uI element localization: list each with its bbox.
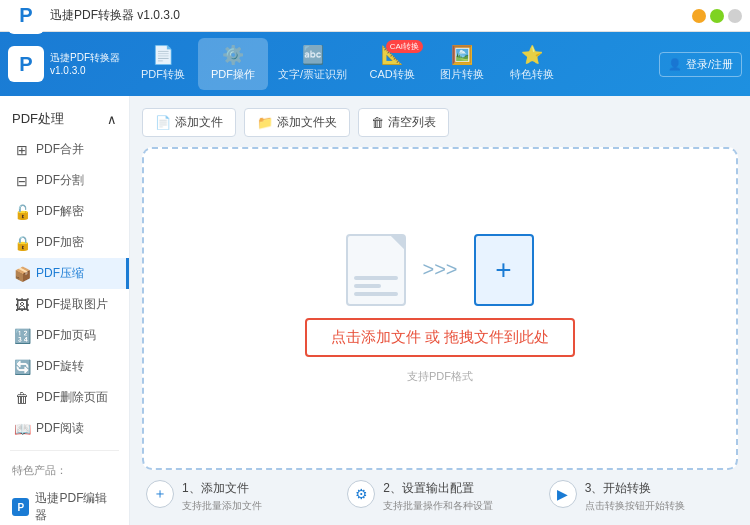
step-3-icon: ▶: [549, 480, 577, 508]
doc-line-2: [354, 284, 380, 288]
sidebar-title-text: PDF处理: [12, 110, 64, 128]
special-icon: ⭐: [521, 46, 543, 64]
pdf-split-label: PDF分割: [36, 172, 84, 189]
step-1-icon: ＋: [146, 480, 174, 508]
sidebar-item-pdf-compress[interactable]: 📦 PDF压缩: [0, 258, 129, 289]
nav-item-ocr[interactable]: 🔤 文字/票证识别: [268, 38, 357, 90]
doc-line-1: [354, 276, 398, 280]
nav-logo-text: 迅捷PDF转换器 v1.0.3.0: [50, 51, 120, 77]
pdf-merge-label: PDF合并: [36, 141, 84, 158]
sidebar-products-title: 特色产品：: [0, 457, 129, 484]
content-area: 📄 添加文件 📁 添加文件夹 🗑 清空列表 >>> +: [130, 96, 750, 525]
img-convert-icon: 🖼️: [451, 46, 473, 64]
drop-zone-icons: >>> +: [346, 234, 533, 306]
add-folder-icon: 📁: [257, 115, 273, 130]
minimize-button[interactable]: [692, 9, 706, 23]
sidebar-item-pdf-read[interactable]: 📖 PDF阅读: [0, 413, 129, 444]
step-3-desc: 点击转换按钮开始转换: [585, 499, 685, 513]
sidebar-item-pdf-watermark[interactable]: 🔢 PDF加页码: [0, 320, 129, 351]
pdf-read-icon: 📖: [14, 421, 30, 437]
nav-item-pdf-convert[interactable]: 📄 PDF转换: [128, 38, 198, 90]
ocr-label: 文字/票证识别: [278, 67, 347, 82]
pdf-operate-icon: ⚙️: [222, 46, 244, 64]
sidebar-section-title: PDF处理 ∧: [0, 104, 129, 134]
step-1-content: 1、添加文件 支持批量添加文件: [182, 480, 262, 513]
nav-app-name: 迅捷PDF转换器: [50, 51, 120, 64]
step-2-icon: ⚙: [347, 480, 375, 508]
sidebar-item-pdf-delete[interactable]: 🗑 PDF删除页面: [0, 382, 129, 413]
pdf-encrypt-label: PDF加密: [36, 234, 84, 251]
step-3-content: 3、开始转换 点击转换按钮开始转换: [585, 480, 685, 513]
step-1: ＋ 1、添加文件 支持批量添加文件: [146, 480, 331, 513]
sidebar-product-pdf-editor[interactable]: P 迅捷PDF编辑器: [0, 484, 129, 525]
step-2-content: 2、设置输出配置 支持批量操作和各种设置: [383, 480, 493, 513]
sidebar-item-pdf-split[interactable]: ⊟ PDF分割: [0, 165, 129, 196]
sidebar-item-pdf-encrypt[interactable]: 🔒 PDF加密: [0, 227, 129, 258]
pdf-editor-product-icon: P: [12, 498, 29, 516]
step-1-desc: 支持批量添加文件: [182, 499, 262, 513]
sidebar-item-pdf-merge[interactable]: ⊞ PDF合并: [0, 134, 129, 165]
app-logo: P: [8, 0, 44, 34]
img-convert-label: 图片转换: [440, 67, 484, 82]
title-bar: P 迅捷PDF转换器 v1.0.3.0: [0, 0, 750, 32]
title-bar-left: P 迅捷PDF转换器 v1.0.3.0: [8, 0, 180, 34]
clear-list-icon: 🗑: [371, 115, 384, 130]
pdf-rotate-label: PDF旋转: [36, 358, 84, 375]
nav-item-pdf-operate[interactable]: ⚙️ PDF操作: [198, 38, 268, 90]
step-2-title: 2、设置输出配置: [383, 480, 493, 497]
maximize-button[interactable]: [710, 9, 724, 23]
pdf-delete-label: PDF删除页面: [36, 389, 108, 406]
add-folder-label: 添加文件夹: [277, 114, 337, 131]
clear-list-button[interactable]: 🗑 清空列表: [358, 108, 449, 137]
pdf-extract-icon: 🖼: [14, 297, 30, 313]
pdf-encrypt-icon: 🔒: [14, 235, 30, 251]
window-controls[interactable]: [692, 9, 742, 23]
pdf-compress-icon: 📦: [14, 266, 30, 282]
pdf-watermark-label: PDF加页码: [36, 327, 96, 344]
nav-item-special[interactable]: ⭐ 特色转换: [497, 38, 567, 90]
pdf-decrypt-label: PDF解密: [36, 203, 84, 220]
close-button[interactable]: [728, 9, 742, 23]
drop-zone-main-text: 点击添加文件 或 拖拽文件到此处: [305, 318, 575, 357]
add-folder-button[interactable]: 📁 添加文件夹: [244, 108, 350, 137]
drop-zone[interactable]: >>> + 点击添加文件 或 拖拽文件到此处 支持PDF格式: [142, 147, 738, 470]
pdf-watermark-icon: 🔢: [14, 328, 30, 344]
sidebar: PDF处理 ∧ ⊞ PDF合并 ⊟ PDF分割 🔓 PDF解密 🔒 PDF加密 …: [0, 96, 130, 525]
top-nav: P 迅捷PDF转换器 v1.0.3.0 📄 PDF转换 ⚙️ PDF操作 🔤 文…: [0, 32, 750, 96]
sidebar-collapse-icon[interactable]: ∧: [107, 112, 117, 127]
app-title: 迅捷PDF转换器 v1.0.3.0: [50, 7, 180, 24]
cad-label: CAD转换: [369, 67, 414, 82]
special-label: 特色转换: [510, 67, 554, 82]
sidebar-item-pdf-rotate[interactable]: 🔄 PDF旋转: [0, 351, 129, 382]
nav-logo-icon: P: [8, 46, 44, 82]
step-2: ⚙ 2、设置输出配置 支持批量操作和各种设置: [347, 480, 532, 513]
add-file-button[interactable]: 📄 添加文件: [142, 108, 236, 137]
pdf-read-label: PDF阅读: [36, 420, 84, 437]
ocr-icon: 🔤: [302, 46, 324, 64]
sidebar-item-pdf-extract[interactable]: 🖼 PDF提取图片: [0, 289, 129, 320]
step-3-title: 3、开始转换: [585, 480, 685, 497]
login-label: 登录/注册: [686, 57, 733, 72]
source-doc-icon: [346, 234, 406, 306]
step-1-title: 1、添加文件: [182, 480, 262, 497]
user-icon: 👤: [668, 58, 682, 71]
sidebar-item-pdf-decrypt[interactable]: 🔓 PDF解密: [0, 196, 129, 227]
clear-list-label: 清空列表: [388, 114, 436, 131]
bottom-info: ＋ 1、添加文件 支持批量添加文件 ⚙ 2、设置输出配置 支持批量操作和各种设置…: [142, 480, 738, 513]
pdf-editor-product-label: 迅捷PDF编辑器: [35, 490, 117, 524]
pdf-operate-label: PDF操作: [211, 67, 255, 82]
drop-zone-sub-text: 支持PDF格式: [407, 369, 473, 384]
app-logo-letter: P: [19, 4, 32, 27]
pdf-extract-label: PDF提取图片: [36, 296, 108, 313]
login-button[interactable]: 👤 登录/注册: [659, 52, 742, 77]
nav-item-img-convert[interactable]: 🖼️ 图片转换: [427, 38, 497, 90]
nav-item-cad[interactable]: CAI转换 📐 CAD转换: [357, 38, 427, 90]
arrow-right-icon: >>>: [422, 258, 457, 281]
pdf-delete-icon: 🗑: [14, 390, 30, 406]
add-doc-icon: +: [474, 234, 534, 306]
nav-app-version: v1.0.3.0: [50, 64, 120, 77]
pdf-rotate-icon: 🔄: [14, 359, 30, 375]
nav-items: 📄 PDF转换 ⚙️ PDF操作 🔤 文字/票证识别 CAI转换 📐 CAD转换…: [128, 38, 659, 90]
step-3: ▶ 3、开始转换 点击转换按钮开始转换: [549, 480, 734, 513]
pdf-compress-label: PDF压缩: [36, 265, 84, 282]
